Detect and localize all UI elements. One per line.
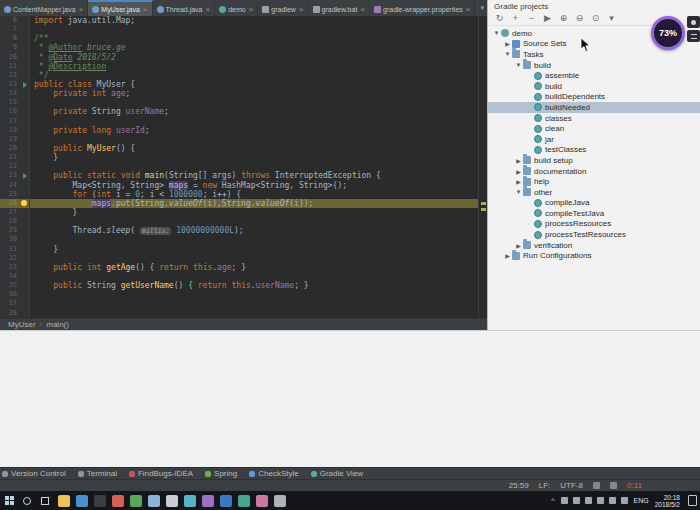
toolwindow-button-findbugs-idea[interactable]: FindBugs-IDEA xyxy=(129,469,193,478)
close-tab-icon[interactable]: × xyxy=(79,5,84,14)
tree-item-tasks[interactable]: ▼Tasks xyxy=(488,49,700,60)
editor-tab-gradlew[interactable]: gradlew× xyxy=(258,0,308,16)
chevron-collapsed-icon[interactable]: ▶ xyxy=(503,252,512,259)
hide-panel-icon[interactable]: ▾ xyxy=(606,13,617,23)
editor-tab-demo[interactable]: demo× xyxy=(215,0,258,16)
screen-recorder-overlay[interactable]: 73% xyxy=(651,16,700,50)
tray-icon-3[interactable] xyxy=(585,497,592,504)
app-icon-5[interactable] xyxy=(130,495,142,507)
tree-item-documentation[interactable]: ▶documentation xyxy=(488,166,700,177)
action-center-button[interactable] xyxy=(688,495,697,506)
run-marker-icon[interactable] xyxy=(23,173,27,179)
tree-item-processtestresources[interactable]: processTestResources xyxy=(488,229,700,240)
tray-expand-icon[interactable]: ^ xyxy=(551,497,554,504)
app-icon-11[interactable] xyxy=(238,495,250,507)
tree-item-builddependents[interactable]: buildDependents xyxy=(488,92,700,103)
tray-icon-4[interactable] xyxy=(597,497,604,504)
tabs-overflow-icon[interactable]: ▾ xyxy=(475,4,487,12)
app-icon-7[interactable] xyxy=(166,495,178,507)
tree-item-compiletestjava[interactable]: compileTestJava xyxy=(488,208,700,219)
readonly-lock-icon[interactable] xyxy=(593,482,600,489)
recorder-camera-button[interactable] xyxy=(687,16,700,28)
start-button[interactable] xyxy=(0,491,18,510)
toolwindow-button-terminal[interactable]: Terminal xyxy=(78,469,117,478)
tree-item-build[interactable]: build xyxy=(488,81,700,92)
editor-tab-gradlew-bat[interactable]: gradlew.bat× xyxy=(309,0,370,16)
cursor-position[interactable]: 25:59 xyxy=(509,481,529,490)
app-icon-13[interactable] xyxy=(274,495,286,507)
chevron-collapsed-icon[interactable]: ▶ xyxy=(514,178,523,185)
app-icon-12[interactable] xyxy=(256,495,268,507)
chevron-collapsed-icon[interactable]: ▶ xyxy=(514,157,523,164)
chevron-expanded-icon[interactable]: ▼ xyxy=(492,30,501,36)
warning-stripe-mark[interactable] xyxy=(481,202,486,205)
close-tab-icon[interactable]: × xyxy=(299,5,304,14)
toolwindow-button-gradle-view[interactable]: Gradle View xyxy=(311,469,363,478)
tray-icon-1[interactable] xyxy=(561,497,568,504)
tree-item-help[interactable]: ▶help xyxy=(488,176,700,187)
tree-item-verification[interactable]: ▶verification xyxy=(488,240,700,251)
editor-tab-myuser-java[interactable]: MyUser.java× xyxy=(88,0,152,16)
recorder-menu-button[interactable] xyxy=(687,30,700,42)
editor-scrollbar[interactable] xyxy=(478,16,487,318)
tray-icon-5[interactable] xyxy=(609,497,616,504)
chevron-expanded-icon[interactable]: ▼ xyxy=(514,189,523,195)
inspections-profile-icon[interactable] xyxy=(610,482,617,489)
tree-item-compilejava[interactable]: compileJava xyxy=(488,198,700,209)
tree-item-jar[interactable]: jar xyxy=(488,134,700,145)
search-button[interactable] xyxy=(18,491,36,510)
close-tab-icon[interactable]: × xyxy=(466,5,471,14)
attach-gradle-project-icon[interactable]: + xyxy=(510,13,521,23)
ide-icon[interactable] xyxy=(94,495,106,507)
tree-item-clean[interactable]: clean xyxy=(488,123,700,134)
breadcrumb-class[interactable]: MyUser xyxy=(8,320,36,329)
toolwindow-button-checkstyle[interactable]: CheckStyle xyxy=(249,469,298,478)
toolwindow-button-spring[interactable]: Spring xyxy=(205,469,237,478)
chevron-expanded-icon[interactable]: ▼ xyxy=(503,51,512,57)
tray-icon-2[interactable] xyxy=(573,497,580,504)
tree-item-run-configurations[interactable]: ▶Run Configurations xyxy=(488,250,700,261)
chevron-collapsed-icon[interactable]: ▶ xyxy=(503,40,512,47)
run-gradle-task-icon[interactable]: ▶ xyxy=(542,13,553,23)
close-tab-icon[interactable]: × xyxy=(360,5,365,14)
file-explorer-icon[interactable] xyxy=(58,495,70,507)
detach-gradle-project-icon[interactable]: − xyxy=(526,13,537,23)
tree-item-build-setup[interactable]: ▶build setup xyxy=(488,155,700,166)
app-icon-6[interactable] xyxy=(148,495,160,507)
recording-time[interactable]: 0:11 xyxy=(627,481,642,490)
line-separator[interactable]: LF: xyxy=(539,481,551,490)
tree-item-buildneeded[interactable]: buildNeeded xyxy=(488,102,700,113)
close-tab-icon[interactable]: × xyxy=(205,5,210,14)
encoding[interactable]: UTF-8 xyxy=(560,481,583,490)
tree-item-other[interactable]: ▼other xyxy=(488,187,700,198)
app-icon-8[interactable] xyxy=(184,495,196,507)
tree-item-testclasses[interactable]: testClasses xyxy=(488,145,700,156)
tree-item-classes[interactable]: classes xyxy=(488,113,700,124)
editor-tab-thread-java[interactable]: Thread.java× xyxy=(153,0,216,16)
recorder-progress-ring[interactable]: 73% xyxy=(651,16,685,50)
editor-tab-contentmapper-java[interactable]: ContentMapper.java× xyxy=(0,0,88,16)
collapse-all-icon[interactable]: ⊖ xyxy=(574,13,585,23)
tree-item-build[interactable]: ▼build xyxy=(488,60,700,71)
browser-icon[interactable] xyxy=(76,495,88,507)
intention-bulb-icon[interactable] xyxy=(21,200,27,206)
chevron-collapsed-icon[interactable]: ▶ xyxy=(514,242,523,249)
toolwindow-button-version-control[interactable]: Version Control xyxy=(2,469,66,478)
task-view-button[interactable] xyxy=(36,491,54,510)
tree-item-assemble[interactable]: assemble xyxy=(488,70,700,81)
editor[interactable]: 6789101112131415161718192021222324252627… xyxy=(0,16,487,318)
breadcrumb-method[interactable]: main() xyxy=(46,320,69,329)
chevron-collapsed-icon[interactable]: ▶ xyxy=(514,168,523,175)
warning-stripe-mark[interactable] xyxy=(481,208,486,211)
run-marker-icon[interactable] xyxy=(23,82,27,88)
refresh-gradle-icon[interactable]: ↻ xyxy=(494,13,505,23)
tree-item-processresources[interactable]: processResources xyxy=(488,219,700,230)
expand-all-icon[interactable]: ⊕ xyxy=(558,13,569,23)
editor-tab-gradle-wrapper-properties[interactable]: gradle-wrapper.properties× xyxy=(370,0,475,16)
language-indicator[interactable]: ENG xyxy=(634,497,649,504)
close-tab-icon[interactable]: × xyxy=(143,5,148,14)
gradle-settings-icon[interactable]: ⊙ xyxy=(590,13,601,23)
tray-icon-6[interactable] xyxy=(621,497,628,504)
app-icon-10[interactable] xyxy=(220,495,232,507)
app-icon-9[interactable] xyxy=(202,495,214,507)
